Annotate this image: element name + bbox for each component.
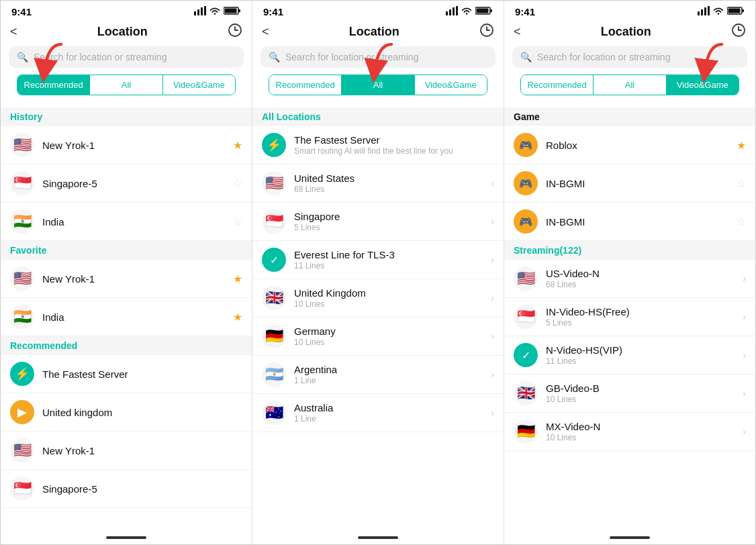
- item-info: MX-Video-N 10 Lines: [546, 421, 743, 442]
- star-icon[interactable]: ☆: [233, 177, 242, 190]
- item-name: IN-Video-HS(Free): [546, 306, 743, 317]
- list-item[interactable]: 🇺🇸 New Yrok-1 ★: [1, 260, 252, 298]
- shield-icon: ✓: [262, 248, 286, 272]
- speed-button[interactable]: [731, 23, 746, 41]
- item-name: Singapore-5: [42, 483, 242, 495]
- item-sub: 10 Lines: [546, 433, 743, 442]
- wifi-icon: [209, 6, 221, 17]
- item-info: N-Video-HS(VIP) 11 Lines: [546, 344, 743, 366]
- list-item[interactable]: 🇺🇸 New Yrok-1 ★: [1, 126, 252, 164]
- tab-video-game[interactable]: Video&Game: [667, 75, 739, 95]
- flag-icon: 🇸🇬: [262, 209, 286, 234]
- list-item[interactable]: ⚡ The Fastest Server: [1, 355, 252, 393]
- home-bar: [610, 536, 650, 539]
- flag-icon: 🇺🇸: [10, 438, 34, 462]
- list-item[interactable]: 🇺🇸 New Yrok-1: [1, 432, 252, 470]
- chevron-icon: ›: [491, 254, 494, 265]
- back-button[interactable]: <: [514, 25, 521, 39]
- star-icon[interactable]: ☆: [737, 177, 746, 190]
- speed-button[interactable]: [479, 23, 494, 41]
- list-item[interactable]: 🇬🇧 United Kingdom 10 Lines ›: [252, 279, 504, 317]
- star-icon[interactable]: ☆: [233, 215, 242, 228]
- shield-icon: ✓: [514, 343, 538, 367]
- item-name: India: [42, 216, 233, 228]
- list-item[interactable]: 🇬🇧 GB-Video-B 10 Lines ›: [504, 375, 755, 413]
- star-icon[interactable]: ★: [233, 311, 242, 324]
- tabs-container: Recommended All Video&Game: [261, 75, 495, 102]
- signal-icon: [446, 6, 458, 17]
- battery-icon: [224, 6, 241, 17]
- star-icon[interactable]: ☆: [737, 215, 746, 228]
- star-icon[interactable]: ★: [233, 272, 242, 285]
- chevron-icon: ›: [743, 388, 746, 399]
- list-item[interactable]: 🇮🇳 India ☆: [1, 203, 252, 241]
- search-icon: 🔍: [269, 52, 280, 62]
- back-button[interactable]: <: [10, 25, 17, 39]
- list-item[interactable]: ⚡ The Fastest Server Smart routing AI wi…: [252, 126, 504, 164]
- star-icon[interactable]: ★: [233, 139, 242, 152]
- phone-panel-2: 9:41: [504, 1, 755, 544]
- item-name: United kingdom: [42, 407, 242, 418]
- item-name: New Yrok-1: [42, 140, 233, 151]
- list-item[interactable]: 🇮🇳 India ★: [1, 298, 252, 336]
- list-item[interactable]: 🎮 Roblox ★: [504, 126, 755, 164]
- tab-all[interactable]: All: [594, 75, 666, 95]
- search-bar[interactable]: 🔍 Search for location or streaming: [512, 46, 747, 68]
- item-name: Roblox: [546, 140, 737, 151]
- tab-recommended[interactable]: Recommended: [521, 75, 594, 95]
- speed-button[interactable]: [228, 23, 242, 41]
- list-item[interactable]: 🇸🇬 IN-Video-HS(Free) 5 Lines ›: [504, 298, 755, 336]
- item-name: GB-Video-B: [546, 383, 743, 394]
- item-sub: 10 Lines: [546, 395, 743, 404]
- section-header: Recommended: [1, 336, 252, 355]
- search-placeholder: Search for location or streaming: [34, 52, 167, 62]
- search-bar[interactable]: 🔍 Search for location or streaming: [261, 46, 495, 68]
- list-item[interactable]: 🇩🇪 Germany 10 Lines ›: [252, 317, 504, 356]
- status-bar: 9:41: [252, 1, 504, 20]
- item-name: Argentina: [294, 364, 491, 375]
- svg-rect-0: [194, 11, 196, 15]
- svg-rect-24: [728, 9, 741, 13]
- item-sub: Smart routing AI will find the best line…: [294, 146, 494, 156]
- list-item[interactable]: 🎮 IN-BGMI ☆: [504, 164, 755, 203]
- list-item[interactable]: 🇺🇸 US-Video-N 68 Lines ›: [504, 260, 755, 298]
- item-info: New Yrok-1: [42, 140, 233, 151]
- list-item[interactable]: ✓ N-Video-HS(VIP) 11 Lines ›: [504, 336, 755, 375]
- list-item[interactable]: 🇦🇺 Australia 1 Line ›: [252, 394, 504, 432]
- list-item[interactable]: 🇸🇬 Singapore 5 Lines ›: [252, 203, 504, 241]
- tab-all[interactable]: All: [342, 75, 414, 95]
- list-item[interactable]: 🇩🇪 MX-Video-N 10 Lines ›: [504, 413, 755, 451]
- content-area: History 🇺🇸 New Yrok-1 ★ 🇸🇬 Singapore-5: [1, 107, 252, 531]
- tab-video-game[interactable]: Video&Game: [415, 75, 487, 95]
- item-sub: 68 Lines: [294, 185, 491, 194]
- search-bar[interactable]: 🔍 Search for location or streaming: [9, 46, 244, 68]
- status-time: 9:41: [515, 6, 535, 17]
- star-icon[interactable]: ★: [737, 139, 746, 152]
- list-item[interactable]: 🇦🇷 Argentina 1 Line ›: [252, 356, 504, 394]
- search-placeholder: Search for location or streaming: [285, 52, 418, 62]
- svg-rect-10: [449, 9, 451, 15]
- list-item[interactable]: 🇸🇬 Singapore-5 ☆: [1, 164, 252, 203]
- item-info: Roblox: [546, 140, 737, 151]
- tab-recommended[interactable]: Recommended: [269, 75, 342, 95]
- item-name: New Yrok-1: [42, 445, 242, 456]
- tab-recommended[interactable]: Recommended: [17, 75, 90, 95]
- flag-icon: 🇦🇺: [262, 401, 286, 425]
- signal-icon: [194, 6, 206, 17]
- list-item[interactable]: ✓ Everest Line for TLS-3 11 Lines ›: [252, 241, 504, 279]
- item-info: The Fastest Server Smart routing AI will…: [294, 134, 494, 156]
- item-name: Australia: [294, 402, 491, 413]
- section-header: History: [1, 107, 252, 126]
- item-info: United kingdom: [42, 407, 242, 418]
- list-item[interactable]: 🇸🇬 Singapore-5: [1, 470, 252, 508]
- tab-video-game[interactable]: Video&Game: [163, 75, 235, 95]
- back-button[interactable]: <: [262, 25, 269, 39]
- tab-all[interactable]: All: [90, 75, 162, 95]
- phone-panel-1: 9:41: [252, 1, 504, 544]
- chevron-icon: ›: [491, 331, 494, 342]
- list-item[interactable]: 🇺🇸 United States 68 Lines ›: [252, 164, 504, 203]
- list-item[interactable]: 🎮 IN-BGMI ☆: [504, 203, 755, 241]
- tab-group: Recommended All Video&Game: [269, 75, 487, 95]
- svg-rect-6: [225, 9, 237, 13]
- list-item[interactable]: ▶ United kingdom: [1, 393, 252, 432]
